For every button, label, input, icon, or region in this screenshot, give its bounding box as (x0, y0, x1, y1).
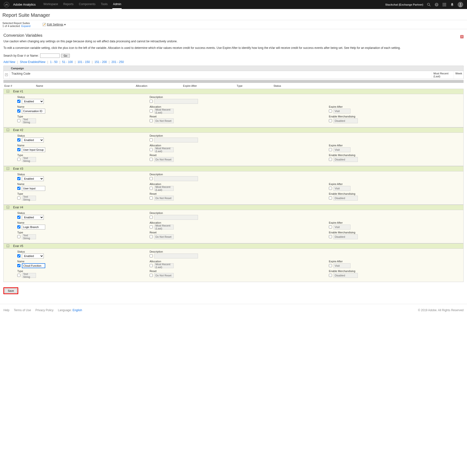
save-button[interactable]: Save (5, 288, 17, 293)
expire-after-checkbox[interactable] (329, 109, 332, 113)
allocation-checkbox[interactable] (150, 148, 153, 151)
nav-item-admin[interactable]: Admin (112, 0, 122, 9)
name-checkbox[interactable] (17, 264, 20, 267)
status-select[interactable]: Enabled (22, 215, 44, 220)
type-checkbox[interactable] (17, 196, 20, 200)
reset-checkbox[interactable] (150, 158, 153, 161)
footer-language-value[interactable]: English (73, 309, 82, 312)
link-51-100[interactable]: 51 - 100 (62, 60, 73, 64)
status-checkbox[interactable] (17, 100, 20, 103)
expire-after-value: Visit (334, 263, 350, 268)
search-icon[interactable] (427, 2, 431, 7)
reset-checkbox[interactable] (150, 235, 153, 238)
type-checkbox[interactable] (17, 158, 20, 161)
reset-checkbox[interactable] (150, 274, 153, 277)
allocation-checkbox[interactable] (150, 187, 153, 190)
status-checkbox[interactable] (17, 216, 20, 219)
name-checkbox[interactable] (17, 187, 20, 190)
company-label[interactable]: Stackchat (Exchange Partner) (385, 3, 423, 6)
name-input[interactable] (22, 186, 45, 191)
evar-body: Status Enabled Name Type (4, 94, 463, 127)
status-checkbox[interactable] (17, 138, 20, 141)
nav-item-reports[interactable]: Reports (63, 0, 74, 9)
description-checkbox[interactable] (150, 100, 153, 103)
status-select[interactable]: Enabled (22, 176, 44, 181)
name-checkbox[interactable] (17, 109, 20, 113)
footer-privacy[interactable]: Privacy Policy (35, 309, 53, 312)
type-checkbox[interactable] (17, 235, 20, 238)
enable-merch-checkbox[interactable] (329, 158, 332, 161)
expire-after-checkbox[interactable] (329, 148, 332, 151)
type-label: Type (17, 154, 143, 157)
collapse-minus-icon[interactable]: – (7, 167, 9, 170)
collapse-minus-icon[interactable]: – (7, 90, 9, 93)
help-icon[interactable]: ? (434, 2, 439, 7)
link-add-new[interactable]: Add New (3, 60, 15, 64)
expire-after-checkbox[interactable] (329, 225, 332, 228)
link-151-200[interactable]: 151 - 200 (95, 60, 107, 64)
enable-merch-checkbox[interactable] (329, 274, 332, 277)
nav-item-components[interactable]: Components (78, 0, 96, 9)
status-checkbox[interactable] (17, 177, 20, 180)
description-value (154, 253, 198, 258)
name-checkbox[interactable] (17, 148, 20, 151)
footer-terms[interactable]: Terms of Use (14, 309, 31, 312)
status-select[interactable]: Enabled (22, 99, 44, 104)
type-checkbox[interactable] (17, 274, 20, 277)
description-label: Description (150, 173, 322, 176)
link-101-150[interactable]: 101 - 150 (78, 60, 90, 64)
allocation-checkbox[interactable] (150, 109, 153, 113)
description-checkbox[interactable] (150, 138, 153, 141)
type-value: Text String (22, 118, 36, 123)
expire-after-checkbox[interactable] (329, 187, 332, 190)
apps-grid-icon[interactable] (442, 2, 447, 7)
reset-label: Reset (150, 270, 322, 273)
name-checkbox[interactable] (17, 225, 20, 228)
svg-text:?: ? (436, 3, 437, 6)
nav-item-tools[interactable]: Tools (100, 0, 108, 9)
search-input[interactable] (40, 53, 60, 58)
allocation-checkbox[interactable] (150, 264, 153, 267)
status-checkbox[interactable] (17, 254, 20, 257)
enable-merch-checkbox[interactable] (329, 235, 332, 238)
description-checkbox[interactable] (150, 177, 153, 180)
name-input[interactable] (22, 225, 45, 229)
link-1-50[interactable]: 1 - 50 (50, 60, 58, 64)
enable-merch-checkbox[interactable] (329, 196, 332, 200)
collapse-minus-icon[interactable]: – (7, 245, 9, 247)
status-select[interactable]: Enabled (22, 138, 44, 142)
enable-merch-checkbox[interactable] (329, 119, 332, 122)
link-show-enabled[interactable]: Show Enabled/New (20, 60, 45, 64)
name-input[interactable] (22, 109, 45, 113)
footer-help[interactable]: Help (3, 309, 10, 312)
description-checkbox[interactable] (150, 216, 153, 219)
expand-plus-icon[interactable]: + (5, 74, 8, 76)
reset-checkbox[interactable] (150, 119, 153, 122)
collapse-minus-icon[interactable]: – (7, 206, 9, 209)
edit-settings-dropdown[interactable]: Edit Settings ▾ (43, 23, 66, 26)
evar-block: – Evar #4 Status Enabled Name (3, 205, 464, 243)
user-avatar-icon[interactable] (458, 2, 463, 7)
name-input[interactable] (22, 147, 45, 152)
svg-rect-11 (444, 5, 445, 6)
enable-merch-label: Enable Merchandising (329, 192, 460, 195)
go-button[interactable]: Go (61, 54, 70, 58)
status-select[interactable]: Enabled (22, 253, 44, 258)
evar-col-mid: Description Allocation Most Recent (Last… (146, 212, 325, 241)
link-201-250[interactable]: 201 - 250 (111, 60, 124, 64)
allocation-label: Allocation (150, 221, 322, 224)
expand-link[interactable]: Expand (21, 25, 30, 27)
reset-checkbox[interactable] (150, 196, 153, 200)
help-small-icon[interactable]: ? (460, 35, 464, 38)
column-headers: Evar # Name Allocation Expire After Type… (3, 83, 464, 89)
name-input[interactable] (22, 263, 45, 268)
allocation-checkbox[interactable] (150, 225, 153, 228)
expire-after-checkbox[interactable] (329, 264, 332, 267)
selected-suites-count: 1 of 4 selected Expand (2, 25, 30, 27)
nav-item-workspace[interactable]: Workspace (43, 0, 59, 9)
notifications-bell-icon[interactable] (450, 2, 454, 7)
section-title: Conversion Variables (3, 33, 464, 38)
description-checkbox[interactable] (150, 254, 153, 257)
collapse-minus-icon[interactable]: – (7, 129, 9, 131)
type-checkbox[interactable] (17, 119, 20, 122)
